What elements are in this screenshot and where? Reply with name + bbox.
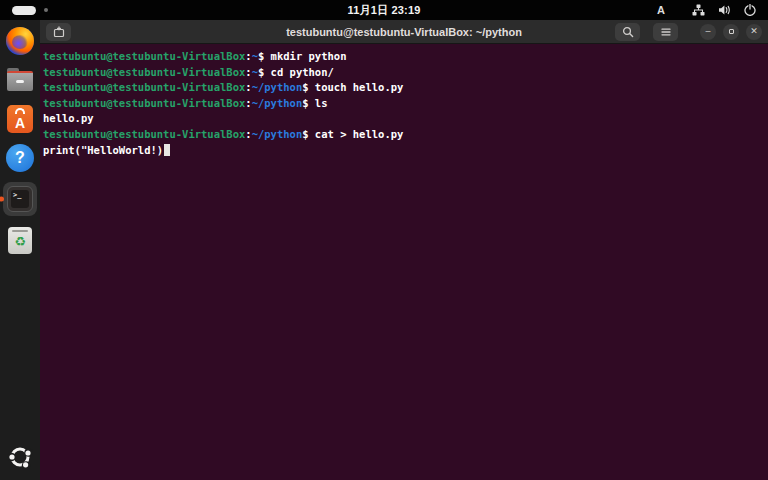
dock-item-trash[interactable]: ♻ [5, 225, 35, 255]
dock-item-app-center[interactable]: A [5, 104, 35, 134]
firefox-icon [6, 27, 34, 55]
terminal-line: testubuntu@testubuntu-VirtualBox:~/pytho… [43, 127, 765, 143]
menu-icon [660, 26, 672, 38]
help-icon: ? [6, 144, 34, 172]
workspace-pill-active[interactable] [12, 6, 36, 15]
dock: A ? >_ ♻ [0, 20, 40, 480]
terminal-line: testubuntu@testubuntu-VirtualBox:~/pytho… [43, 96, 765, 112]
terminal-output[interactable]: testubuntu@testubuntu-VirtualBox:~$ mkdi… [40, 44, 768, 480]
trash-icon: ♻ [8, 227, 32, 254]
system-tray[interactable]: A [657, 4, 756, 16]
show-apps-button[interactable] [5, 442, 35, 472]
dock-item-files[interactable] [5, 65, 35, 95]
top-bar: 11月1日 23:19 A [0, 0, 768, 20]
terminal-line: hello.py [43, 111, 765, 127]
terminal-cursor [164, 144, 171, 156]
menu-button[interactable] [653, 23, 678, 41]
terminal-line: testubuntu@testubuntu-VirtualBox:~$ cd p… [43, 65, 765, 81]
close-button[interactable]: ✕ [746, 24, 762, 40]
running-indicator-dot [0, 197, 4, 202]
workspace-dot[interactable] [44, 8, 48, 12]
search-icon [622, 26, 634, 38]
terminal-line: print("HelloWorld!) [43, 143, 765, 159]
window-title: testubuntu@testubuntu-VirtualBox: ~/pyth… [286, 26, 522, 38]
dock-item-terminal[interactable]: >_ [3, 182, 37, 216]
ubuntu-logo-icon [7, 444, 33, 470]
volume-icon [718, 4, 731, 16]
minimize-button[interactable]: – [700, 24, 716, 40]
terminal-line: testubuntu@testubuntu-VirtualBox:~$ mkdi… [43, 49, 765, 65]
new-tab-icon [53, 26, 65, 38]
network-icon [692, 4, 705, 16]
terminal-icon: >_ [7, 186, 33, 212]
dock-item-help[interactable]: ? [5, 143, 35, 173]
terminal-window: testubuntu@testubuntu-VirtualBox: ~/pyth… [40, 20, 768, 480]
power-icon [744, 4, 756, 16]
search-button[interactable] [615, 23, 640, 41]
window-header[interactable]: testubuntu@testubuntu-VirtualBox: ~/pyth… [40, 20, 768, 44]
clock[interactable]: 11月1日 23:19 [347, 3, 420, 18]
dock-item-firefox[interactable] [5, 26, 35, 56]
app-center-icon: A [7, 105, 33, 133]
terminal-line: testubuntu@testubuntu-VirtualBox:~/pytho… [43, 80, 765, 96]
input-method-indicator[interactable]: A [657, 4, 665, 16]
maximize-button[interactable] [723, 24, 739, 40]
files-icon [6, 68, 34, 92]
new-tab-button[interactable] [46, 23, 71, 41]
